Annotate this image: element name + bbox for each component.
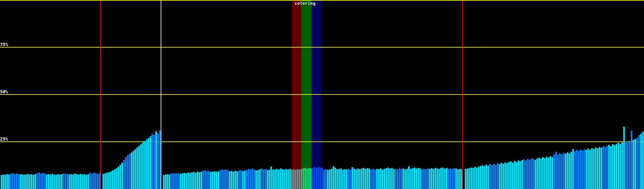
bar	[567, 152, 568, 189]
bar	[512, 163, 514, 189]
bar	[33, 175, 34, 189]
bar	[604, 147, 606, 189]
bar	[340, 169, 342, 189]
bar	[193, 172, 195, 189]
bar	[201, 172, 202, 189]
bar	[23, 175, 25, 189]
bar	[108, 172, 110, 189]
bar	[478, 167, 480, 189]
bar	[525, 160, 527, 189]
bar	[504, 163, 506, 189]
bar	[278, 169, 280, 189]
bar	[259, 169, 261, 189]
bar	[235, 171, 236, 189]
bar	[431, 168, 432, 189]
bar	[61, 174, 63, 189]
bar	[63, 173, 64, 189]
bar	[40, 174, 42, 189]
bar	[4, 175, 6, 189]
bar	[174, 174, 176, 189]
bar	[163, 175, 164, 189]
bar	[133, 151, 134, 189]
bar	[131, 152, 132, 189]
bar	[582, 151, 583, 189]
bar	[246, 170, 247, 189]
bar	[50, 175, 51, 189]
bar	[182, 173, 183, 189]
bar	[72, 175, 74, 189]
bar	[344, 169, 346, 189]
bar	[599, 147, 600, 189]
bar	[338, 169, 340, 189]
bar	[472, 168, 474, 189]
bar	[608, 145, 610, 189]
bar	[119, 165, 121, 189]
bar	[387, 168, 389, 189]
coloring-red	[292, 1, 302, 170]
bar	[580, 150, 581, 189]
bar	[167, 174, 168, 189]
bar	[561, 154, 563, 189]
bar	[216, 172, 217, 189]
bar	[95, 173, 97, 189]
bar	[633, 140, 634, 189]
bar	[140, 144, 142, 189]
bar	[593, 149, 595, 189]
bar	[10, 174, 12, 189]
bar	[508, 162, 510, 189]
bar	[227, 170, 229, 189]
bar	[531, 158, 532, 189]
bar	[380, 169, 381, 189]
y-axis-label-75: 75%	[0, 42, 8, 47]
bar	[225, 169, 227, 189]
bar	[280, 169, 281, 189]
bar	[189, 173, 191, 189]
bar	[257, 170, 259, 189]
bar	[221, 169, 223, 189]
bar	[591, 148, 593, 189]
bar	[69, 175, 70, 189]
bar	[418, 168, 419, 189]
bar	[406, 169, 408, 189]
bar	[408, 166, 410, 189]
bar	[282, 169, 283, 189]
bar	[38, 173, 40, 189]
bar	[348, 169, 349, 189]
bar	[244, 171, 246, 189]
bar	[319, 168, 321, 189]
bar	[429, 169, 430, 189]
bar	[42, 173, 44, 189]
bar	[586, 150, 587, 189]
bar	[595, 147, 597, 189]
coloring-green	[302, 1, 312, 170]
bar	[135, 149, 136, 189]
bar	[578, 151, 580, 189]
bar	[208, 171, 210, 189]
bar	[116, 168, 117, 189]
bar	[497, 163, 498, 189]
bar	[219, 170, 221, 189]
bar	[336, 169, 338, 189]
bar	[638, 135, 640, 189]
bar	[303, 169, 304, 189]
bar	[438, 169, 440, 189]
bar	[184, 173, 185, 189]
bar	[572, 149, 574, 189]
bar	[214, 171, 215, 189]
bar	[144, 141, 146, 189]
bar	[78, 175, 80, 189]
bar	[248, 169, 249, 189]
bar	[312, 168, 314, 189]
bar	[482, 165, 483, 189]
bar	[489, 164, 491, 189]
bar	[238, 170, 240, 189]
bar	[316, 168, 317, 189]
bar	[236, 171, 238, 189]
bar	[448, 169, 449, 189]
bar	[25, 175, 27, 189]
bar	[399, 169, 400, 189]
bar	[57, 174, 59, 189]
bar	[555, 152, 557, 189]
bar	[574, 151, 576, 189]
bar	[240, 170, 242, 189]
